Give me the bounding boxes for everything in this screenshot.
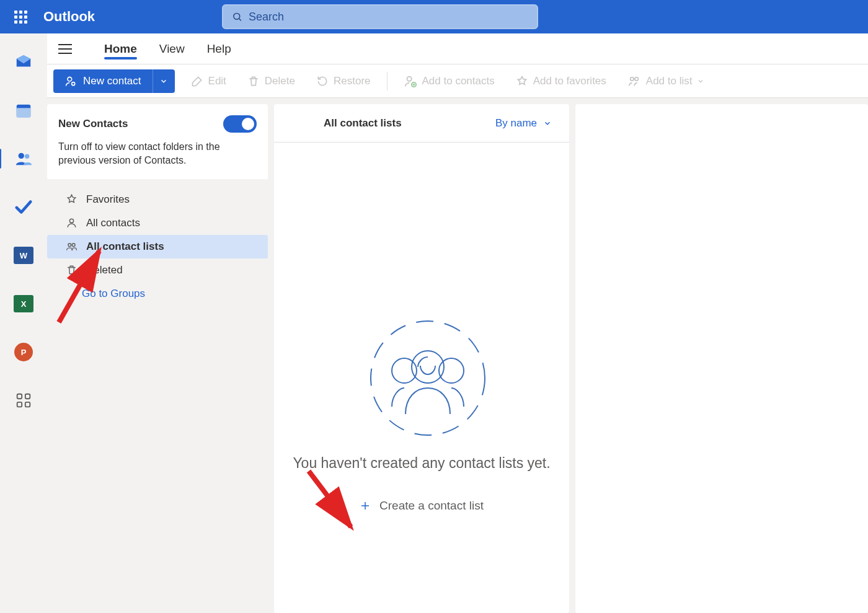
star-icon xyxy=(66,193,78,205)
trash-icon xyxy=(66,264,78,276)
svg-rect-9 xyxy=(25,402,30,407)
people-icon xyxy=(66,240,78,252)
sidebar-item-all-contacts[interactable]: All contacts xyxy=(47,211,268,235)
list-title: All contact lists xyxy=(324,117,402,130)
details-panel xyxy=(575,104,868,613)
word-icon: W xyxy=(14,247,33,264)
add-to-list-label: Add to list xyxy=(646,75,693,87)
svg-point-19 xyxy=(371,321,485,435)
svg-point-5 xyxy=(25,154,30,159)
svg-rect-3 xyxy=(17,108,31,117)
sidebar-item-label: All contacts xyxy=(86,217,140,229)
add-to-favorites-label: Add to favorites xyxy=(533,75,606,87)
tab-help[interactable]: Help xyxy=(196,35,242,63)
sidebar-item-all-contact-lists[interactable]: All contact lists xyxy=(47,235,268,258)
svg-point-16 xyxy=(69,219,73,223)
todo-app-icon[interactable] xyxy=(9,192,38,222)
groups-link-label: Go to Groups xyxy=(82,288,145,300)
search-icon xyxy=(232,11,242,22)
svg-rect-7 xyxy=(25,394,30,399)
chevron-down-icon xyxy=(543,119,552,128)
svg-point-4 xyxy=(19,153,24,159)
people-app-icon[interactable] xyxy=(9,144,38,174)
empty-state: You haven't created any contact lists ye… xyxy=(274,143,569,613)
more-apps-icon[interactable] xyxy=(9,386,38,415)
new-contact-dropdown[interactable] xyxy=(153,69,175,93)
toggle-sidebar-button[interactable] xyxy=(58,41,74,57)
edit-icon xyxy=(191,75,203,87)
person-plus-icon xyxy=(64,75,77,87)
add-to-contacts-button: Add to contacts xyxy=(399,72,500,90)
go-to-groups-link[interactable]: Go to Groups xyxy=(47,282,268,306)
delete-label: Delete xyxy=(265,75,295,87)
powerpoint-app-icon[interactable]: P xyxy=(9,337,38,367)
sidebar-item-label: Favorites xyxy=(86,193,130,206)
tab-home[interactable]: Home xyxy=(93,35,148,63)
delete-button: Delete xyxy=(242,73,300,90)
sort-button[interactable]: By name xyxy=(495,117,552,130)
tab-bar: Home View Help xyxy=(47,33,868,64)
word-app-icon[interactable]: W xyxy=(9,240,38,270)
check-icon xyxy=(14,198,33,216)
brand-title: Outlook xyxy=(43,9,95,25)
svg-point-0 xyxy=(234,13,240,19)
plus-icon xyxy=(360,500,371,511)
new-contacts-card: New Contacts Turn off to view contact fo… xyxy=(47,104,268,179)
excel-icon: X xyxy=(14,295,33,312)
list-header: All contact lists By name xyxy=(274,104,569,143)
content-columns: New Contacts Turn off to view contact fo… xyxy=(47,98,868,613)
svg-point-14 xyxy=(630,77,634,80)
tab-view[interactable]: View xyxy=(148,35,196,63)
new-contact-split-button: New contact xyxy=(53,69,175,93)
search-input[interactable] xyxy=(249,11,528,24)
app-launcher-button[interactable] xyxy=(4,0,37,33)
calendar-app-icon[interactable] xyxy=(9,95,38,125)
sidebar-item-favorites[interactable]: Favorites xyxy=(47,188,268,211)
chevron-down-icon xyxy=(159,77,168,86)
new-contacts-title: New Contacts xyxy=(58,118,128,130)
calendar-icon xyxy=(14,101,33,120)
chevron-down-icon xyxy=(697,77,704,85)
list-column: All contact lists By name xyxy=(274,104,569,613)
trash-icon xyxy=(247,75,260,87)
new-contacts-toggle[interactable] xyxy=(223,115,257,133)
add-to-list-button: Add to list xyxy=(622,72,710,90)
empty-text: You haven't created any contact lists ye… xyxy=(293,452,550,474)
person-icon xyxy=(66,217,78,229)
waffle-icon xyxy=(14,11,27,24)
search-box[interactable] xyxy=(222,4,538,29)
sidebar-item-label: Deleted xyxy=(86,264,123,276)
create-label: Create a contact list xyxy=(379,499,484,513)
people-icon xyxy=(14,149,33,168)
people-illustration-icon xyxy=(366,316,490,440)
svg-point-15 xyxy=(635,77,638,80)
app-header: Outlook xyxy=(0,0,868,33)
ppt-icon: P xyxy=(14,343,33,361)
svg-point-18 xyxy=(72,244,75,247)
new-contacts-desc: Turn off to view contact folders in the … xyxy=(58,140,257,168)
edit-label: Edit xyxy=(208,75,226,87)
mail-icon xyxy=(14,53,33,71)
sidebar-nav: Favorites All contacts All contact lists… xyxy=(47,179,268,306)
restore-button: Restore xyxy=(311,73,376,90)
create-contact-list-button[interactable]: Create a contact list xyxy=(360,499,484,513)
excel-app-icon[interactable]: X xyxy=(9,289,38,319)
svg-point-17 xyxy=(68,244,71,247)
mail-app-icon[interactable] xyxy=(9,47,38,77)
sidebar-item-deleted[interactable]: Deleted xyxy=(47,258,268,282)
new-contact-button[interactable]: New contact xyxy=(53,69,153,93)
empty-illustration xyxy=(366,316,477,428)
sort-label: By name xyxy=(495,117,537,130)
ribbon-divider xyxy=(387,72,388,90)
new-contact-label: New contact xyxy=(83,75,141,87)
add-to-favorites-button: Add to favorites xyxy=(511,73,611,90)
svg-point-10 xyxy=(68,77,72,81)
people-list-icon xyxy=(627,74,641,88)
svg-rect-8 xyxy=(17,402,22,407)
star-plus-icon xyxy=(516,75,528,87)
sidebar-panel: New Contacts Turn off to view contact fo… xyxy=(47,104,268,613)
add-to-contacts-label: Add to contacts xyxy=(422,75,495,87)
svg-point-12 xyxy=(407,76,411,81)
app-rail: W X P xyxy=(0,33,47,613)
svg-line-1 xyxy=(239,19,241,20)
